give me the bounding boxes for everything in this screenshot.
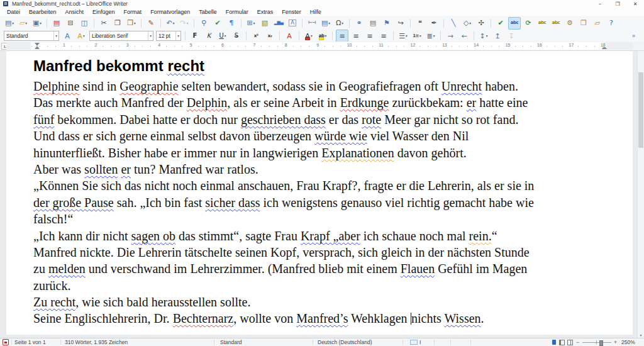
text-line[interactable]: „Ich kann dir nicht sagen ob das stimmt“… (33, 228, 534, 244)
text-line[interactable]: Seine Englischlehrerin, Dr. Bechternarz,… (33, 310, 534, 326)
insert-line-button[interactable]: ╲ (447, 17, 460, 30)
italic-button[interactable]: K (203, 30, 215, 42)
spell-check-button[interactable]: ✔ (211, 17, 224, 30)
line-spacing-dropdown-arrow[interactable]: ▾ (486, 34, 488, 38)
languagetool-folder-button[interactable]: ▱ (591, 17, 604, 30)
redo-dropdown-arrow[interactable]: ▾ (187, 21, 189, 25)
document-page[interactable]: Manfred bekommt recht Delphine sind in G… (6, 51, 633, 335)
insert-chart-button[interactable]: ▂▆▄ (272, 17, 285, 30)
languagetool-copy-button[interactable]: ❐ (577, 17, 590, 30)
print-preview-button[interactable]: ◫ (78, 17, 91, 30)
document-heading[interactable]: Manfred bekommt recht (33, 57, 204, 75)
languagetool-auto-check-button[interactable]: abc (508, 17, 521, 30)
restore-button[interactable]: ❐ (609, 0, 626, 8)
vertical-scrollbar[interactable]: ▼ (637, 51, 644, 338)
new-style-button[interactable]: A▾ (75, 30, 87, 42)
zoom-level[interactable]: 250% (621, 338, 635, 346)
document-modified-indicator[interactable] (3, 338, 9, 346)
new-style-dropdown-arrow[interactable]: ▾ (83, 34, 85, 38)
minimize-button[interactable]: – (591, 0, 609, 8)
book-view-button[interactable] (567, 339, 573, 345)
text-line[interactable]: „Können Sie sich das nicht noch einmal a… (33, 177, 534, 194)
copy-button[interactable]: ❐ (111, 17, 124, 30)
clone-formatting-button[interactable]: ✎ (145, 17, 157, 30)
new-document-button[interactable]: ▤▾ (3, 17, 16, 30)
zoom-out-button[interactable]: − (576, 338, 579, 346)
align-right-button[interactable]: ≡ (364, 30, 376, 42)
text-line[interactable]: Zu recht, wie sich bald herausstellen so… (33, 294, 534, 310)
outline-list-dropdown-arrow[interactable]: ▾ (433, 34, 435, 38)
outline-list-button[interactable]: ≣▾ (425, 30, 437, 42)
highlight-color-button[interactable]: ab▾ (316, 30, 329, 42)
track-changes-button[interactable]: ✒ (428, 17, 440, 30)
horizontal-ruler[interactable]: L 123456789101112131415161718 (0, 42, 644, 51)
font-size-combobox[interactable]: 12 pt▾ (156, 31, 181, 41)
align-center-button[interactable]: ≡ (350, 30, 362, 42)
save-button[interactable]: ▣▾ (31, 17, 43, 30)
insert-table-button[interactable]: ⊞▾ (245, 17, 257, 30)
text-line[interactable]: hinunterfließt. Bisher habe er immer nur… (33, 145, 534, 161)
font-name-dropdown-arrow[interactable]: ▾ (148, 31, 153, 40)
save-dropdown-arrow[interactable]: ▾ (40, 21, 42, 25)
menu-einfügen[interactable]: Einfügen (88, 9, 119, 15)
menu-format[interactable]: Format (119, 9, 147, 15)
paste-dropdown-arrow[interactable]: ▾ (134, 21, 136, 25)
line-spacing-button[interactable]: ↕▾ (477, 30, 490, 42)
open-file-dropdown-arrow[interactable]: ▾ (25, 21, 27, 25)
document-body-text[interactable]: Delphine sind in Geographie selten bewan… (33, 78, 534, 327)
close-button[interactable]: ✕ (626, 0, 644, 8)
menu-datei[interactable]: Datei (3, 9, 25, 15)
text-line[interactable]: Manfred nickte. Die Lehrerin tätschelte … (33, 244, 534, 260)
underline-button[interactable]: U▾ (216, 30, 229, 42)
paragraph-style-dropdown-arrow[interactable]: ▾ (53, 31, 58, 40)
show-draw-functions-button[interactable]: ✣ (475, 17, 487, 30)
single-page-view-button[interactable] (551, 339, 557, 345)
print-button[interactable]: ⊟ (64, 17, 77, 30)
font-name-combobox[interactable]: Liberation Serif▾ (89, 31, 153, 41)
languagetool-ignore-once-button[interactable]: abc (536, 17, 548, 30)
decrease-indent-button[interactable]: ← (458, 30, 470, 42)
font-color-button[interactable]: A▾ (303, 30, 315, 42)
update-style-button[interactable]: A (61, 30, 74, 42)
menu-formular[interactable]: Formular (221, 9, 253, 15)
insert-cross-reference-button[interactable]: ↪ (394, 17, 407, 30)
underline-dropdown-arrow[interactable]: ▾ (225, 34, 226, 38)
text-line[interactable]: der große Pause sah. „Ich bin fast siche… (33, 194, 534, 211)
languagetool-about-button[interactable]: ? (605, 17, 618, 30)
menu-hilfe[interactable]: Hilfe (306, 9, 326, 15)
text-line[interactable]: zu melden und verschwand im Lehrerzimmer… (33, 260, 534, 277)
languagetool-options-button[interactable]: ⚙ (564, 17, 576, 30)
insert-comment-button[interactable]: ❝ (414, 17, 426, 30)
text-line[interactable]: Delphine sind in Geographie selten bewan… (33, 78, 534, 94)
text-line[interactable]: fünf bekommen. Dabei hatte er doch nur g… (33, 111, 534, 128)
insert-hyperlink-button[interactable]: ⚭ (353, 17, 365, 30)
cut-button[interactable]: ✂ (97, 17, 110, 30)
ruler-scale[interactable]: 123456789101112131415161718 (6, 42, 633, 50)
menu-ansicht[interactable]: Ansicht (61, 9, 89, 15)
formatting-marks-button[interactable]: ¶ (225, 17, 238, 30)
insert-field-dropdown-arrow[interactable]: ▾ (328, 21, 330, 25)
insert-field-button[interactable]: ▤▾ (319, 17, 332, 30)
insert-footnote-button[interactable]: ▤ (367, 17, 379, 30)
align-left-button[interactable]: ≡ (336, 30, 348, 42)
menu-bearbeiten[interactable]: Bearbeiten (25, 9, 61, 15)
strikethrough-button[interactable]: S (230, 30, 243, 42)
insert-bookmark-button[interactable]: ⚑ (380, 17, 393, 30)
undo-button[interactable]: ↶▾ (164, 17, 177, 30)
zoom-slider-track[interactable] (582, 342, 611, 343)
font-color-dropdown-arrow[interactable]: ▾ (311, 34, 313, 38)
status-language[interactable]: Deutsch (Deutschland) (318, 338, 372, 346)
text-line[interactable]: Aber was sollten er tun? Manfred war rat… (33, 161, 534, 177)
zoom-slider-thumb[interactable] (599, 340, 603, 346)
zoom-in-button[interactable]: + (614, 338, 617, 346)
subscript-button[interactable]: x₂ (264, 30, 276, 42)
bold-button[interactable]: F (189, 30, 201, 42)
insert-page-break-button[interactable]: ⊢⊣ (306, 17, 318, 30)
status-page-count[interactable]: Seite 1 von 1 (14, 338, 46, 346)
insert-image-button[interactable]: ▧ (258, 17, 271, 30)
increase-indent-button[interactable]: → (444, 30, 457, 42)
selection-mode-indicator[interactable]: I (410, 338, 421, 346)
languagetool-ignore-all-button[interactable]: abc (550, 17, 562, 30)
find-and-replace-button[interactable]: ⚲ (197, 17, 210, 30)
menu-extras[interactable]: Extras (253, 9, 278, 15)
